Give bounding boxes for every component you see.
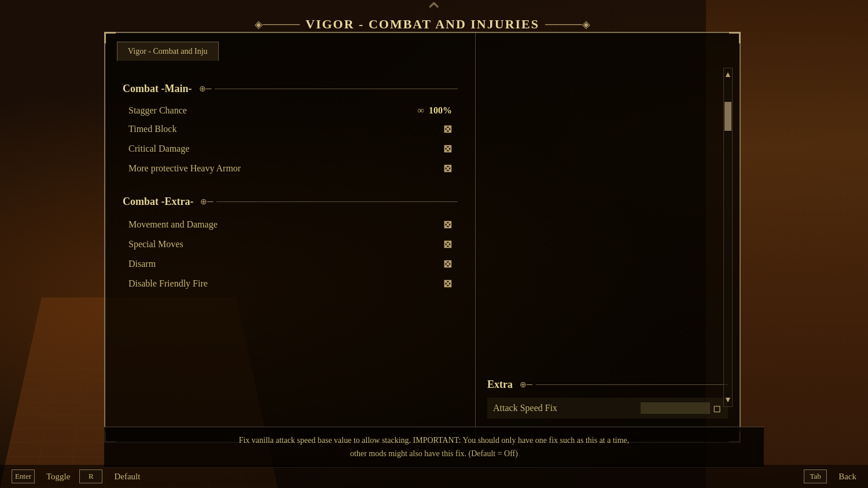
settings-list: Combat -Main- ⊕─ Stagger Chance ∞ 100% T… xyxy=(105,61,475,442)
setting-critical-damage[interactable]: Critical Damage ⊠ xyxy=(123,139,458,159)
label-toggle: Toggle xyxy=(46,472,70,482)
setting-disarm[interactable]: Disarm ⊠ xyxy=(123,254,458,274)
key-r[interactable]: R xyxy=(79,469,102,483)
setting-heavy-armor[interactable]: More protective Heavy Armor ⊠ xyxy=(123,159,458,178)
value-bar xyxy=(641,402,710,414)
setting-friendly-fire[interactable]: Disable Friendly Fire ⊠ xyxy=(123,274,458,293)
corner-tl xyxy=(104,32,116,43)
setting-name-critical: Critical Damage xyxy=(128,144,189,154)
setting-value-special: ⊠ xyxy=(443,238,452,251)
title-bar: ◈───── vIGOR - COMBAT AND INJURIES ─────… xyxy=(255,17,590,32)
extra-header: Extra ⊕─ xyxy=(487,379,728,391)
setting-movement-damage[interactable]: Movement and Damage ⊠ xyxy=(123,215,458,234)
corner-tr xyxy=(729,32,741,43)
extra-section: Extra ⊕─ Attack Speed Fix ◇ xyxy=(487,379,728,419)
section-line-right xyxy=(536,384,728,385)
attack-speed-control: ◇ xyxy=(641,401,722,415)
section-extra-title: Combat -Extra- xyxy=(123,196,193,208)
scrollbar-arrow-up[interactable]: ▲ xyxy=(724,71,732,79)
tab-label: Vigor - Combat and Inju xyxy=(128,47,208,56)
setting-value-heavy-armor: ⊠ xyxy=(443,162,452,175)
setting-name-special: Special Moves xyxy=(128,239,183,249)
description-bar: Fix vanilla attack speed base value to a… xyxy=(104,427,764,468)
ui-inner: Vigor - Combat and Inju Combat -Main- ⊕─… xyxy=(105,33,740,442)
toggle-icon-disarm: ⊠ xyxy=(443,258,452,270)
setting-value-movement: ⊠ xyxy=(443,218,452,231)
setting-special-moves[interactable]: Special Moves ⊠ xyxy=(123,234,458,254)
page-title: vIGOR - COMBAT AND INJURIES xyxy=(306,17,539,32)
section-main-title: Combat -Main- xyxy=(123,83,192,95)
setting-name-timed-block: Timed Block xyxy=(128,124,176,134)
toggle-icon-critical: ⊠ xyxy=(443,142,452,155)
knot-icon-extra-right: ⊕─ xyxy=(520,380,532,390)
controls-right: Tab Back xyxy=(804,469,856,483)
main-panel: ◈───── vIGOR - COMBAT AND INJURIES ─────… xyxy=(104,32,741,443)
section-combat-main: Combat -Main- ⊕─ xyxy=(123,83,458,95)
scrollbar-thumb[interactable] xyxy=(724,102,731,131)
key-enter[interactable]: Enter xyxy=(12,469,35,483)
setting-name-friendly-fire: Disable Friendly Fire xyxy=(128,278,208,289)
toggle-icon-movement: ⊠ xyxy=(443,218,452,231)
toggle-icon-timed-block: ⊠ xyxy=(443,123,452,135)
key-tab[interactable]: Tab xyxy=(804,469,827,483)
extra-title: Extra xyxy=(487,379,513,391)
title-ornament-left: ◈───── xyxy=(255,18,300,31)
setting-timed-block[interactable]: Timed Block ⊠ xyxy=(123,119,458,139)
tab-vigor[interactable]: Vigor - Combat and Inju xyxy=(117,42,219,61)
setting-name-stagger: Stagger Chance xyxy=(128,105,187,116)
knot-icon-extra: ⊕─ xyxy=(200,197,213,207)
controls-left: Enter Toggle R Default xyxy=(12,469,140,483)
scrollbar[interactable]: ▲ ▼ xyxy=(723,68,733,407)
description-line2: other mods might also have this fix. (De… xyxy=(122,447,746,460)
scrollbar-arrow-down[interactable]: ▼ xyxy=(724,396,732,404)
setting-name-movement: Movement and Damage xyxy=(128,219,218,230)
description-line1: Fix vanilla attack speed base value to a… xyxy=(122,434,746,447)
title-ornament-right: ─────◈ xyxy=(545,18,590,31)
setting-value-disarm: ⊠ xyxy=(443,258,452,270)
tab-area: Vigor - Combat and Inju xyxy=(105,33,475,61)
setting-attack-speed[interactable]: Attack Speed Fix ◇ xyxy=(487,398,728,419)
toggle-icon-heavy-armor: ⊠ xyxy=(443,162,452,175)
setting-value-critical: ⊠ xyxy=(443,142,452,155)
knot-icon-main: ⊕─ xyxy=(199,84,212,94)
toggle-icon-friendly-fire: ⊠ xyxy=(443,277,452,290)
setting-name-disarm: Disarm xyxy=(128,259,156,269)
label-back: Back xyxy=(838,472,856,482)
scrollbar-track: ▲ ▼ xyxy=(724,68,732,406)
setting-value-stagger: ∞ 100% xyxy=(418,105,452,116)
setting-name-heavy-armor: More protective Heavy Armor xyxy=(128,163,241,174)
setting-value-friendly-fire: ⊠ xyxy=(443,277,452,290)
left-panel: Vigor - Combat and Inju Combat -Main- ⊕─… xyxy=(105,33,476,442)
setting-stagger-chance[interactable]: Stagger Chance ∞ 100% xyxy=(123,102,458,119)
infinity-icon: ∞ xyxy=(418,105,424,116)
stagger-value: 100% xyxy=(429,105,452,116)
section-combat-extra: Combat -Extra- ⊕─ xyxy=(123,196,458,208)
toggle-icon-special: ⊠ xyxy=(443,238,452,251)
setting-value-timed-block: ⊠ xyxy=(443,123,452,135)
section-line-extra xyxy=(216,201,458,202)
right-panel: Extra ⊕─ Attack Speed Fix ◇ xyxy=(476,33,740,442)
attack-speed-label: Attack Speed Fix xyxy=(493,403,557,413)
section-line-main xyxy=(215,89,458,89)
bottom-bar: Enter Toggle R Default Tab Back xyxy=(0,465,868,488)
label-default: Default xyxy=(114,472,140,482)
